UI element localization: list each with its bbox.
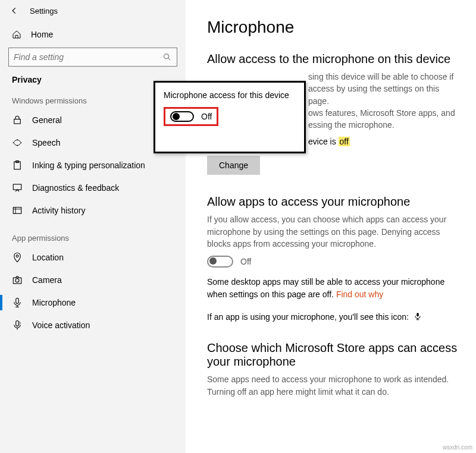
back-button[interactable] (10, 6, 19, 15)
voice-icon (12, 320, 23, 331)
partial-text: ows features, Microsoft Store apps, and (308, 108, 455, 118)
toggle-knob (173, 113, 180, 120)
sidebar-item-label: Location (32, 253, 64, 262)
find-out-why-link[interactable]: Find out why (336, 290, 383, 299)
group-label-app-permissions: App permissions (0, 222, 186, 246)
main-content: Microphone Allow access to the microphon… (186, 0, 476, 453)
svg-point-0 (164, 54, 169, 59)
sidebar-item-label: Diagnostics & feedback (32, 183, 119, 193)
sidebar-item-inking[interactable]: Inking & typing personalization (0, 154, 186, 177)
status-prefix: evice is (308, 137, 336, 146)
sidebar-item-microphone[interactable]: Microphone (0, 291, 186, 314)
window-title: Settings (30, 7, 58, 15)
partial-text: access by using the settings on this pag… (308, 84, 439, 105)
partial-text: sing this device will be able to choose … (308, 72, 453, 81)
mic-in-use-note: If an app is using your microphone, you'… (207, 311, 461, 323)
page-title: Microphone (207, 18, 461, 37)
section-body-store-apps: Some apps need to access your microphone… (207, 373, 461, 398)
section-heading-apps-access: Allow apps to access your microphone (207, 195, 461, 209)
note-text: If an app is using your microphone, you'… (207, 312, 409, 322)
sidebar-item-label: Speech (32, 138, 60, 147)
search-field[interactable] (14, 52, 162, 62)
dialog-toggle-highlight: Off (164, 107, 218, 126)
svg-rect-1 (14, 119, 21, 124)
history-icon (12, 205, 23, 216)
sidebar-item-label: Microphone (32, 298, 76, 307)
desktop-apps-note: Some desktop apps may still be able to a… (207, 276, 461, 300)
change-dialog: Microphone access for this device Off (154, 81, 306, 153)
dialog-title: Microphone access for this device (164, 90, 296, 101)
toggle-track[interactable] (207, 256, 233, 268)
section-body-apps-access: If you allow access, you can choose whic… (207, 213, 461, 250)
home-label: Home (31, 30, 53, 39)
svg-rect-11 (416, 313, 419, 316)
microphone-status-icon (414, 312, 422, 323)
sidebar-item-diagnostics[interactable]: Diagnostics & feedback (0, 177, 186, 199)
microphone-icon (12, 297, 23, 308)
dialog-toggle-label: Off (201, 112, 212, 121)
sidebar-item-voice[interactable]: Voice activation (0, 314, 186, 336)
dialog-toggle[interactable] (170, 111, 194, 122)
clipboard-icon (12, 160, 23, 171)
feedback-icon (12, 183, 23, 193)
svg-rect-5 (13, 207, 21, 214)
change-button[interactable]: Change (207, 156, 260, 175)
search-input[interactable] (8, 48, 177, 67)
sidebar-item-home[interactable]: Home (0, 25, 186, 44)
back-arrow-icon (10, 7, 18, 15)
section-heading-device-access: Allow access to the microphone on this d… (207, 52, 461, 66)
svg-rect-9 (16, 298, 19, 304)
svg-point-6 (16, 255, 18, 257)
status-value-highlight: off (339, 137, 350, 146)
sidebar: Settings Home Privacy Windows permission… (0, 0, 186, 453)
partial-text: essing the microphone. (308, 120, 394, 130)
section-heading-store-apps: Choose which Microsoft Store apps can ac… (207, 341, 461, 369)
apps-access-toggle[interactable]: Off (207, 256, 461, 268)
speech-icon (12, 137, 23, 148)
sidebar-item-label: Voice activation (32, 320, 90, 330)
sidebar-item-label: Camera (32, 275, 62, 285)
sidebar-item-location[interactable]: Location (0, 246, 186, 269)
sidebar-item-activity[interactable]: Activity history (0, 199, 186, 222)
home-icon (12, 30, 21, 39)
sidebar-item-label: General (32, 115, 62, 125)
camera-icon (12, 275, 23, 285)
location-icon (12, 252, 23, 263)
sidebar-item-camera[interactable]: Camera (0, 269, 186, 291)
sidebar-item-label: Inking & typing personalization (32, 161, 145, 170)
svg-rect-4 (13, 184, 21, 190)
search-icon (162, 52, 172, 62)
watermark: wsxdn.com (443, 444, 472, 451)
toggle-label: Off (240, 257, 251, 266)
toggle-knob (209, 257, 217, 265)
sidebar-item-label: Activity history (32, 206, 85, 215)
note-text: Some desktop apps may still be able to a… (207, 277, 444, 298)
lock-icon (12, 115, 23, 125)
svg-point-8 (15, 279, 19, 282)
svg-rect-10 (16, 321, 19, 326)
